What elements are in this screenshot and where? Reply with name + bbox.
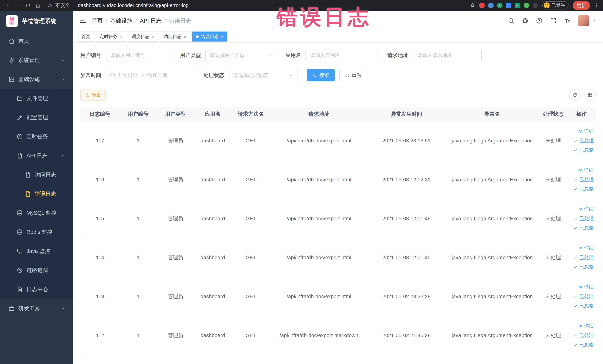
sidebar-item-8[interactable]: 错误日志 xyxy=(0,184,73,203)
toggle-columns-button[interactable] xyxy=(584,89,596,101)
sidebar-item-0[interactable]: 首页 xyxy=(0,32,73,51)
on-badge-extension-icon[interactable]: on xyxy=(515,3,520,8)
app-name-field[interactable] xyxy=(305,49,378,61)
hamburger-icon[interactable] xyxy=(79,17,86,24)
address-bar[interactable]: 不安全 dashboard.yudao.iocoder.cn/infra/log… xyxy=(48,2,188,9)
navbar: 首页/基础设施/API 日志/错误日志 xyxy=(73,11,603,31)
processed-link[interactable]: 已处理 xyxy=(569,293,594,300)
sidebar-item-5[interactable]: 定时任务 xyxy=(0,127,73,146)
font-size-icon[interactable] xyxy=(564,17,571,24)
avatar[interactable] xyxy=(578,15,589,26)
export-button[interactable]: 导出 xyxy=(81,89,106,101)
sidebar-item-2[interactable]: 基础设施 xyxy=(0,70,73,89)
tab-4[interactable]: 错误日志× xyxy=(192,32,227,42)
user-type-select[interactable]: 请选择用户类型 xyxy=(205,49,276,61)
sidebar-item-11[interactable]: Java 监控 xyxy=(0,242,73,261)
action-label: 已忽略 xyxy=(579,264,594,270)
processed-link[interactable]: 已处理 xyxy=(569,215,594,222)
detail-link[interactable]: 详细 xyxy=(569,284,594,290)
chevron-down-icon xyxy=(289,73,293,78)
avatar-caret-icon[interactable] xyxy=(593,19,597,23)
sidebar-item-1[interactable]: 系统管理 xyxy=(0,51,73,70)
breadcrumb-item-0[interactable]: 首页 xyxy=(92,17,103,25)
tab-1[interactable]: 定时任务× xyxy=(96,32,126,42)
processed-link[interactable]: 已处理 xyxy=(569,137,594,144)
app-logo[interactable]: 芋道管理系统 xyxy=(0,11,73,32)
sidebar-item-7[interactable]: 访问日志 xyxy=(0,165,73,184)
sidebar-item-10[interactable]: Redis 监控 xyxy=(0,223,73,242)
request-url-field[interactable] xyxy=(413,49,482,61)
cell-method: GET xyxy=(231,238,270,277)
back-icon[interactable] xyxy=(4,1,12,10)
search-icon[interactable] xyxy=(508,17,514,24)
forward-icon[interactable] xyxy=(14,1,22,10)
profile-paused-chip[interactable]: 已暂停 xyxy=(542,1,568,10)
process-status-select[interactable]: 请选择处理状态 xyxy=(229,69,298,82)
processed-link[interactable]: 已处理 xyxy=(569,176,594,183)
user-id-input[interactable] xyxy=(110,52,167,59)
sidebar-item-4[interactable]: 配置管理 xyxy=(0,108,73,127)
processed-link[interactable]: 已处理 xyxy=(569,254,594,261)
user-id-field[interactable] xyxy=(106,49,171,61)
breadcrumb-separator: / xyxy=(135,18,137,24)
close-icon[interactable]: × xyxy=(120,34,122,39)
sidebar-item-14[interactable]: 研发工具 xyxy=(0,299,73,318)
cell-method: GET xyxy=(231,316,270,355)
cell-user_type: 管理员 xyxy=(157,199,194,238)
request-url-input[interactable] xyxy=(417,52,477,59)
sidebar-item-9[interactable]: MySQL 监控 xyxy=(0,203,73,223)
sidebar-item-13[interactable]: 日志中心 xyxy=(0,280,73,299)
check-icon xyxy=(573,265,578,269)
blue-drop-extension-icon[interactable] xyxy=(488,3,494,8)
github-icon[interactable] xyxy=(522,17,529,24)
paw-extension-icon[interactable] xyxy=(533,3,538,8)
column-header-6: 异常发生时间 xyxy=(367,107,446,121)
sidebar-item-12[interactable]: 链路追踪 xyxy=(0,261,73,280)
blue-grid-extension-icon[interactable] xyxy=(506,3,511,8)
navbar-tools xyxy=(508,15,597,26)
chrome-menu-icon[interactable] xyxy=(594,3,599,8)
close-icon[interactable]: × xyxy=(221,34,224,39)
sidebar-item-6[interactable]: API 日志 xyxy=(0,146,73,165)
processed-link[interactable]: 已处理 xyxy=(569,332,594,339)
leaf-extension-icon[interactable] xyxy=(524,3,529,8)
chrome-update-button[interactable]: 更新 xyxy=(573,1,590,10)
detail-link[interactable]: 详细 xyxy=(569,128,594,134)
tab-3[interactable]: 访问日志× xyxy=(160,32,190,42)
sidebar-item-3[interactable]: 文件管理 xyxy=(0,89,73,108)
ignore-link[interactable]: 已忽略 xyxy=(569,186,594,192)
reset-button[interactable]: 重置 xyxy=(339,69,367,82)
app-name-input[interactable] xyxy=(310,52,374,59)
red-dot-extension-icon[interactable] xyxy=(479,3,485,8)
detail-link[interactable]: 详细 xyxy=(569,167,594,173)
ignore-link[interactable]: 已忽略 xyxy=(569,341,594,348)
tab-0[interactable]: 首页 xyxy=(78,32,94,42)
cell-time: 2021-05-03 12:01:45 xyxy=(367,238,446,277)
ignore-link[interactable]: 已忽略 xyxy=(569,147,594,153)
refresh-table-button[interactable] xyxy=(569,89,580,101)
fullscreen-icon[interactable] xyxy=(550,17,557,24)
detail-link[interactable]: 详细 xyxy=(569,206,594,212)
sidebar-item-label: 首页 xyxy=(18,37,29,45)
tab-2[interactable]: 调度日志× xyxy=(128,32,158,42)
breadcrumb-item-2[interactable]: API 日志 xyxy=(140,17,162,25)
mysql-icon xyxy=(17,210,23,216)
ignore-link[interactable]: 已忽略 xyxy=(569,303,594,309)
close-icon[interactable]: × xyxy=(152,34,154,39)
bookmark-star-icon[interactable] xyxy=(470,3,475,8)
ignore-link[interactable]: 已忽略 xyxy=(569,225,594,231)
search-button[interactable]: 搜索 xyxy=(307,69,335,82)
breadcrumb-item-1[interactable]: 基础设施 xyxy=(110,17,132,25)
help-icon[interactable] xyxy=(536,17,543,24)
reload-icon[interactable] xyxy=(24,1,32,10)
action-label: 已处理 xyxy=(579,176,594,183)
ignore-link[interactable]: 已忽略 xyxy=(569,264,594,270)
close-icon[interactable]: × xyxy=(184,34,186,39)
date-range-picker[interactable]: 开始日期 ~ 结束日期 xyxy=(106,69,194,82)
home-icon[interactable] xyxy=(34,1,42,10)
search-icon xyxy=(312,73,317,78)
app: 芋道管理系统 首页系统管理基础设施文件管理配置管理定时任务API 日志访问日志错… xyxy=(0,11,603,364)
detail-link[interactable]: 详细 xyxy=(569,323,594,329)
green-v-extension-icon[interactable]: V xyxy=(497,3,502,8)
detail-link[interactable]: 详细 xyxy=(569,245,594,251)
